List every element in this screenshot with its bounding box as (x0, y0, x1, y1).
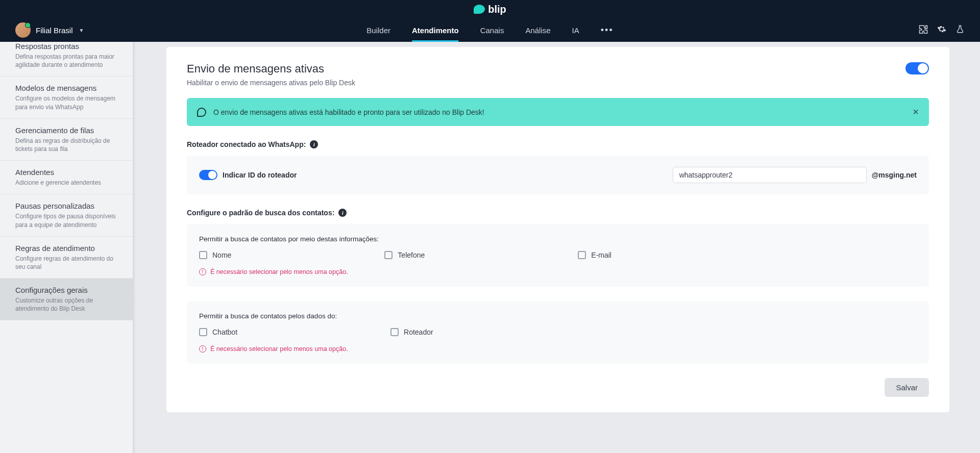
panel-title: Permitir a busca de contatos por meio de… (199, 235, 917, 243)
contacts-label: Configure o padrão de busca dos contatos… (187, 209, 334, 217)
sidebar-item-label: Regras de atendimento (15, 244, 117, 253)
sidebar-item-desc: Adicione e gerencie atendentes (15, 179, 117, 187)
checkbox-icon (384, 251, 393, 259)
topbar-nav: Filial Brasil ▼ Builder Atendimento Cana… (0, 18, 980, 42)
info-icon[interactable]: i (310, 140, 318, 148)
nav-tabs: Builder Atendimento Canais Análise IA ••… (366, 18, 613, 42)
router-id-toggle[interactable] (199, 170, 217, 180)
checkbox-roteador[interactable]: Roteador (390, 328, 433, 336)
sidebar-item-desc: Configure os modelos de mensagem para en… (15, 94, 117, 111)
checkbox-icon (199, 251, 207, 259)
sidebar-item-modelos[interactable]: Modelos de mensagens Configure os modelo… (0, 77, 133, 118)
tab-ia[interactable]: IA (572, 18, 579, 42)
checkbox-chatbot[interactable]: Chatbot (199, 328, 237, 336)
sidebar-item-desc: Configure regras de atendimento do seu c… (15, 255, 117, 271)
brand-name: blip (488, 4, 506, 15)
router-suffix: @msging.net (872, 171, 917, 179)
alert-icon: ! (199, 345, 206, 353)
panel-title: Permitir a busca de contatos pelos dados… (199, 312, 917, 320)
checkbox-telefone[interactable]: Telefone (384, 251, 425, 259)
brand-logo[interactable]: blip (474, 4, 506, 15)
search-source-panel: Permitir a busca de contatos pelos dados… (187, 301, 929, 364)
save-button[interactable]: Salvar (885, 378, 929, 397)
tab-atendimento[interactable]: Atendimento (412, 18, 459, 42)
router-label: Roteador conectado ao WhatsApp: (187, 140, 306, 148)
avatar (15, 22, 31, 38)
sidebar-item-desc: Configure tipos de pausa disponíveis par… (15, 212, 117, 229)
error-text: É necessário selecionar pelo menos uma o… (210, 268, 348, 275)
router-heading: Roteador conectado ao WhatsApp: i (187, 140, 929, 148)
sidebar-item-respostas[interactable]: Respostas prontas Defina respostas pront… (0, 42, 133, 77)
tab-builder[interactable]: Builder (366, 18, 390, 42)
checkbox-icon (578, 251, 586, 259)
sidebar-item-desc: Defina respostas prontas para maior agil… (15, 53, 117, 69)
project-selector[interactable]: Filial Brasil ▼ (15, 22, 84, 38)
actions-row: Salvar (187, 378, 929, 397)
error-message: ! É necessário selecionar pelo menos uma… (199, 345, 917, 353)
tab-more[interactable]: ••• (601, 25, 614, 36)
bubble-icon (474, 5, 485, 14)
sidebar-item-desc: Customize outras opções de atendimento d… (15, 296, 117, 313)
puzzle-icon[interactable] (919, 24, 928, 36)
info-icon[interactable]: i (338, 209, 347, 217)
section-subtitle: Habilitar o envio de mensagens ativas pe… (187, 79, 355, 87)
checkbox-label: E-mail (591, 251, 611, 259)
chevron-down-icon: ▼ (79, 28, 84, 33)
sidebar-item-label: Gerenciamento de filas (15, 126, 117, 135)
topbar-icons (919, 24, 965, 36)
router-id-input[interactable] (673, 167, 867, 183)
enable-toggle[interactable] (905, 62, 929, 74)
checkbox-nome[interactable]: Nome (199, 251, 231, 259)
sidebar-item-label: Modelos de mensagens (15, 84, 117, 92)
sidebar-item-label: Configurações gerais (15, 286, 117, 294)
error-text: É necessário selecionar pelo menos uma o… (210, 345, 348, 353)
content: Respostas prontas Defina respostas pront… (0, 42, 980, 453)
close-icon[interactable]: × (913, 106, 919, 118)
banner-text: O envio de mensagens ativas está habilit… (213, 108, 484, 116)
sidebar-item-atendentes[interactable]: Atendentes Adicione e gerencie atendente… (0, 161, 133, 194)
logo-row: blip (0, 0, 980, 18)
error-message: ! É necessário selecionar pelo menos uma… (199, 268, 917, 275)
checkbox-label: Telefone (398, 251, 425, 259)
checkbox-label: Roteador (404, 328, 433, 336)
router-toggle-label: Indicar ID do roteador (223, 171, 297, 179)
sidebar-item-label: Pausas personalizadas (15, 202, 117, 210)
alert-icon: ! (199, 268, 206, 275)
sidebar-item-pausas[interactable]: Pausas personalizadas Configure tipos de… (0, 194, 133, 236)
gear-icon[interactable] (937, 24, 946, 36)
topbar: blip Filial Brasil ▼ Builder Atendimento… (0, 0, 980, 42)
info-banner: O envio de mensagens ativas está habilit… (187, 98, 929, 126)
section-title: Envio de mensagens ativas (187, 62, 355, 76)
checkbox-icon (390, 328, 399, 336)
tab-canais[interactable]: Canais (480, 18, 504, 42)
section-header: Envio de mensagens ativas Habilitar o en… (187, 62, 929, 87)
flask-icon[interactable] (955, 24, 965, 36)
section-card: Envio de mensagens ativas Habilitar o en… (166, 47, 949, 412)
sidebar: Respostas prontas Defina respostas pront… (0, 42, 133, 453)
checkbox-icon (199, 328, 207, 336)
sidebar-item-filas[interactable]: Gerenciamento de filas Defina as regras … (0, 119, 133, 161)
search-fields-panel: Permitir a busca de contatos por meio de… (187, 224, 929, 287)
main: Envio de mensagens ativas Habilitar o en… (136, 42, 980, 453)
router-panel: Indicar ID do roteador @msging.net (187, 156, 929, 194)
checkbox-label: Nome (212, 251, 231, 259)
tab-analise[interactable]: Análise (525, 18, 550, 42)
contacts-heading: Configure o padrão de busca dos contatos… (187, 209, 929, 217)
checkbox-label: Chatbot (212, 328, 237, 336)
sidebar-item-config-gerais[interactable]: Configurações gerais Customize outras op… (0, 279, 133, 320)
checkbox-email[interactable]: E-mail (578, 251, 611, 259)
project-name: Filial Brasil (36, 26, 73, 35)
chat-icon (197, 108, 206, 117)
sidebar-item-label: Atendentes (15, 168, 117, 177)
sidebar-item-label: Respostas prontas (15, 42, 117, 51)
sidebar-item-regras[interactable]: Regras de atendimento Configure regras d… (0, 237, 133, 279)
sidebar-item-desc: Defina as regras de distribuição de tick… (15, 137, 117, 153)
